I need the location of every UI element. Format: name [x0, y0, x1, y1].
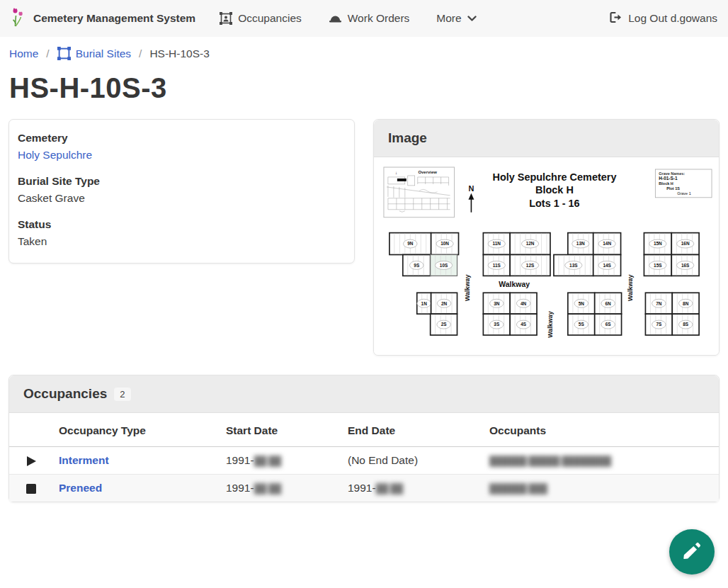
- svg-text:5S: 5S: [579, 322, 585, 327]
- plot-cell-8s: 8S: [672, 314, 699, 335]
- cemetery-label: Cemetery: [18, 130, 346, 147]
- redacted-occupants: ██████ █████ ████████: [489, 456, 611, 466]
- occupancies-count-badge: 2: [114, 388, 130, 401]
- start-date-cell: 1991-██ ██: [220, 475, 342, 502]
- svg-text:9N: 9N: [407, 241, 414, 246]
- svg-text:15N: 15N: [654, 241, 662, 246]
- svg-text:14N: 14N: [603, 241, 611, 246]
- logout-button[interactable]: Log Out d.gowans: [609, 11, 717, 26]
- svg-text:11N: 11N: [493, 241, 501, 246]
- breadcrumb-burial-sites-label: Burial Sites: [76, 47, 131, 60]
- plot-cell-12s: 12S: [510, 255, 550, 276]
- details-card: Cemetery Holy Sepulchre Burial Site Type…: [8, 119, 355, 264]
- walkway-label: Walkway: [627, 275, 634, 302]
- chevron-down-icon: [467, 16, 477, 22]
- svg-text:3S: 3S: [494, 322, 500, 327]
- app-title: Cemetery Management System: [33, 12, 195, 25]
- frame-icon: [57, 47, 71, 60]
- svg-text:14S: 14S: [603, 263, 611, 268]
- occupancy-type-link[interactable]: Interment: [59, 454, 109, 466]
- north-arrow-icon: N: [468, 184, 474, 213]
- walkway-label: Walkway: [547, 311, 554, 338]
- nav-label-work-orders: Work Orders: [348, 12, 410, 25]
- svg-text:16S: 16S: [681, 263, 690, 268]
- plot-map-image: Overview ↓ N: [374, 157, 719, 355]
- breadcrumb-separator: /: [46, 47, 49, 60]
- hardhat-icon: [329, 13, 342, 24]
- svg-text:H-01-S-1: H-01-S-1: [659, 176, 678, 181]
- occupancy-row: Interment1991-██ ██(No End Date)██████ █…: [9, 447, 719, 475]
- svg-text:6S: 6S: [605, 322, 612, 327]
- svg-text:12S: 12S: [526, 263, 535, 268]
- burial-site-type-value: Casket Grave: [18, 190, 346, 207]
- top-navbar: Cemetery Management System Occupancies W…: [0, 0, 728, 37]
- occupancies-table: Occupancy Type Start Date End Date Occup…: [9, 413, 719, 502]
- svg-text:10N: 10N: [440, 241, 449, 246]
- image-card-title: Image: [388, 130, 427, 146]
- plot-cell-2s: 2S: [431, 314, 457, 335]
- plot-cell-13n: 13N: [568, 233, 593, 255]
- plot-cell-12n: 12N: [510, 233, 550, 255]
- svg-text:5N: 5N: [579, 301, 585, 306]
- field-cemetery: Cemetery Holy Sepulchre: [18, 130, 346, 164]
- breadcrumb-burial-sites[interactable]: Burial Sites: [57, 47, 131, 60]
- plot-cell-15s: 15S: [644, 255, 671, 276]
- end-date-cell: (No End Date): [342, 447, 484, 475]
- redacted-occupants: ██████ ███: [489, 483, 547, 494]
- occupancies-title: Occupancies: [23, 386, 107, 402]
- svg-text:Overview: Overview: [418, 170, 437, 174]
- nav-label-more: More: [436, 12, 461, 25]
- image-card-header: Image: [374, 120, 719, 157]
- nav-label-occupancies: Occupancies: [238, 12, 302, 25]
- svg-text:11S: 11S: [493, 263, 501, 268]
- field-burial-site-type: Burial Site Type Casket Grave: [18, 173, 346, 207]
- walkway-label: Walkway: [464, 275, 471, 302]
- start-date-cell: 1991-██ ██: [220, 447, 342, 475]
- plot-cell-2n: 2N: [431, 293, 457, 314]
- tulip-logo-icon: [11, 7, 26, 30]
- plot-cell-10n: 10N: [431, 233, 459, 255]
- svg-text:Grave 1: Grave 1: [677, 191, 690, 196]
- end-date-cell: 1991-██ ██: [342, 475, 484, 502]
- edit-fab[interactable]: [669, 529, 715, 575]
- page-title: HS-H-10S-3: [9, 72, 719, 104]
- plot-map-svg: Overview ↓ N: [374, 157, 719, 352]
- svg-text:Block H: Block H: [535, 184, 574, 196]
- nav-item-more[interactable]: More: [436, 12, 476, 25]
- svg-text:8N: 8N: [683, 301, 689, 306]
- pencil-icon: [681, 541, 703, 564]
- plot-cell-7n: 7N: [645, 293, 672, 314]
- cemetery-link[interactable]: Holy Sepulchre: [18, 149, 92, 161]
- occupancy-type-link[interactable]: Preneed: [59, 482, 102, 494]
- nav-item-work-orders[interactable]: Work Orders: [329, 12, 410, 25]
- svg-text:16N: 16N: [681, 241, 690, 246]
- overview-map: Overview ↓: [384, 167, 455, 217]
- plot-cell-3n: 3N: [483, 293, 510, 314]
- svg-text:1N: 1N: [421, 301, 428, 306]
- occupancies-section: Occupancies 2 Occupancy Type Start Date …: [8, 375, 720, 502]
- redacted-start-date: ██ ██: [254, 483, 281, 494]
- plot-cell-15n: 15N: [644, 233, 671, 255]
- plot-cell-16s: 16S: [671, 255, 699, 276]
- occupancy-row: Preneed1991-██ ██1991-██ ████████ ███: [9, 475, 719, 502]
- occupancies-header: Occupancies 2: [9, 375, 719, 413]
- svg-text:13S: 13S: [569, 263, 578, 268]
- svg-text:2N: 2N: [441, 301, 448, 306]
- image-card: Image Overview ↓: [373, 119, 720, 356]
- svg-text:Holy Sepulchre Cemetery: Holy Sepulchre Cemetery: [492, 171, 616, 183]
- plot-cell-11s: 11S: [483, 255, 510, 276]
- occupants-cell: ██████ █████ ████████: [484, 447, 719, 475]
- column-header-occupants: Occupants: [484, 413, 719, 447]
- breadcrumb-home[interactable]: Home: [9, 47, 38, 60]
- field-status: Status Taken: [18, 216, 346, 250]
- breadcrumb: Home / Burial Sites / HS-H-10S-3: [0, 47, 728, 60]
- column-header-icon: [9, 413, 53, 447]
- svg-text:Plot 1S: Plot 1S: [666, 186, 680, 191]
- play-icon: [26, 454, 37, 466]
- nav-item-occupancies[interactable]: Occupancies: [220, 12, 302, 25]
- plot-cell-5s: 5S: [568, 314, 595, 335]
- svg-text:15S: 15S: [654, 263, 662, 268]
- svg-text:9S: 9S: [414, 263, 420, 268]
- app-brand[interactable]: Cemetery Management System: [11, 7, 195, 30]
- plot-cell-9n: 9N: [389, 233, 431, 255]
